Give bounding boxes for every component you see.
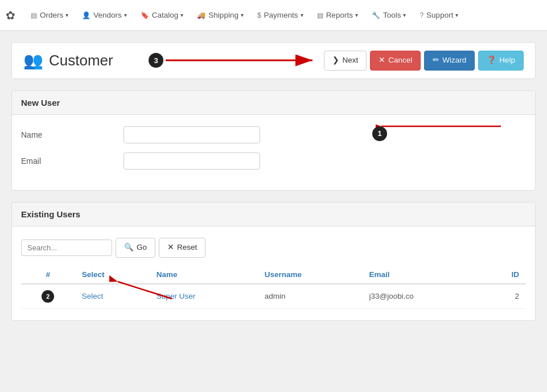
nav-payments-label: Payments <box>264 11 298 19</box>
catalog-caret: ▾ <box>180 12 183 18</box>
vendors-icon: 👤 <box>82 11 91 19</box>
shipping-caret: ▾ <box>241 12 244 18</box>
page-header: 👥 Customer 3 ❯ Next <box>11 42 536 79</box>
go-button[interactable]: 🔍 Go <box>116 238 155 258</box>
email-label: Email <box>21 156 124 166</box>
col-select: Select <box>75 266 150 284</box>
header-action-buttons: ❯ Next ✕ Cancel ✏ Wizard ❓ Help <box>324 51 524 71</box>
shipping-icon: 🚚 <box>197 11 205 19</box>
vendors-caret: ▾ <box>124 12 127 18</box>
row-select-cell[interactable]: Select <box>75 284 150 309</box>
tools-caret: ▾ <box>403 12 406 18</box>
nav-catalog[interactable]: 🔖 Catalog ▾ <box>134 0 191 31</box>
col-name: Name <box>150 266 258 284</box>
users-table: # Select Name Username Email ID 2 <box>21 266 526 309</box>
nav-catalog-label: Catalog <box>152 11 179 19</box>
nav-orders[interactable]: ▤ Orders ▾ <box>24 0 75 31</box>
existing-users-heading: Existing Users <box>12 203 535 226</box>
arrow-3 <box>160 49 319 72</box>
orders-caret: ▾ <box>65 12 68 18</box>
nav-vendors[interactable]: 👤 Vendors ▾ <box>75 0 134 31</box>
reports-icon: ▤ <box>317 11 323 19</box>
new-user-heading: New User <box>12 91 535 115</box>
tools-icon: 🔧 <box>372 11 380 19</box>
table-row: 2 Select <box>21 284 526 309</box>
row-id-cell: 2 <box>482 284 526 309</box>
top-navbar: ✿ ▤ Orders ▾ 👤 Vendors ▾ 🔖 Catalog ▾ 🚚 S… <box>0 0 547 31</box>
col-id: ID <box>482 266 526 284</box>
payments-caret: ▾ <box>301 12 303 18</box>
customer-icon: 👥 <box>23 51 43 70</box>
row-username-cell: admin <box>258 284 363 309</box>
nav-shipping[interactable]: 🚚 Shipping ▾ <box>190 0 250 31</box>
row-name-cell[interactable]: Super User <box>150 284 258 309</box>
email-field-group: Email <box>21 152 526 170</box>
support-icon: ? <box>419 11 423 19</box>
col-num: # <box>21 266 75 284</box>
nav-orders-label: Orders <box>40 11 63 19</box>
table-header-row: # Select Name Username Email ID <box>21 266 526 284</box>
select-link[interactable]: Select <box>82 292 104 300</box>
nav-payments[interactable]: $ Payments ▾ <box>250 0 310 31</box>
name-field-group: Name <box>21 126 526 143</box>
annotation-1: 1 <box>372 126 387 141</box>
help-button[interactable]: ❓ Help <box>478 51 524 71</box>
col-email: Email <box>362 266 482 284</box>
nav-reports-label: Reports <box>326 11 353 19</box>
help-icon: ❓ <box>487 55 496 66</box>
user-name-link[interactable]: Super User <box>157 292 195 300</box>
nav-support-label: Support <box>426 11 453 19</box>
annotation-3: 3 <box>149 53 163 68</box>
cancel-icon: ✕ <box>379 55 385 66</box>
cancel-button[interactable]: ✕ Cancel <box>370 51 421 71</box>
page-title: Customer <box>49 52 113 69</box>
next-icon: ❯ <box>332 55 339 66</box>
existing-users-panel: Existing Users 🔍 Go ✕ Reset # Select <box>11 202 536 321</box>
annotation-2: 2 <box>42 290 54 303</box>
email-input[interactable] <box>124 152 260 170</box>
nav-tools[interactable]: 🔧 Tools ▾ <box>365 0 413 31</box>
search-input[interactable] <box>21 240 112 256</box>
reset-button[interactable]: ✕ Reset <box>159 238 205 258</box>
nav-support[interactable]: ? Support ▾ <box>413 0 465 31</box>
wizard-icon: ✏ <box>433 55 439 66</box>
next-button[interactable]: ❯ Next <box>324 51 367 71</box>
row-email-cell: j33@joobi.co <box>362 284 482 309</box>
col-username: Username <box>258 266 363 284</box>
name-input[interactable] <box>124 126 260 143</box>
reports-caret: ▾ <box>355 12 358 18</box>
search-bar: 🔍 Go ✕ Reset <box>21 238 526 258</box>
catalog-icon: 🔖 <box>141 11 149 19</box>
nav-shipping-label: Shipping <box>208 11 238 19</box>
wizard-button[interactable]: ✏ Wizard <box>424 51 475 71</box>
new-user-panel: New User 1 Name Email <box>11 90 536 191</box>
nav-tools-label: Tools <box>383 11 401 19</box>
row-num-cell: 2 <box>21 284 75 309</box>
search-icon: 🔍 <box>124 242 134 253</box>
nav-reports[interactable]: ▤ Reports ▾ <box>310 0 365 31</box>
brand-logo[interactable]: ✿ <box>6 9 15 22</box>
name-label: Name <box>21 130 124 139</box>
reset-icon: ✕ <box>167 242 174 253</box>
nav-vendors-label: Vendors <box>93 11 122 19</box>
orders-icon: ▤ <box>31 11 37 19</box>
support-caret: ▾ <box>455 12 458 18</box>
payments-icon: $ <box>257 11 261 19</box>
